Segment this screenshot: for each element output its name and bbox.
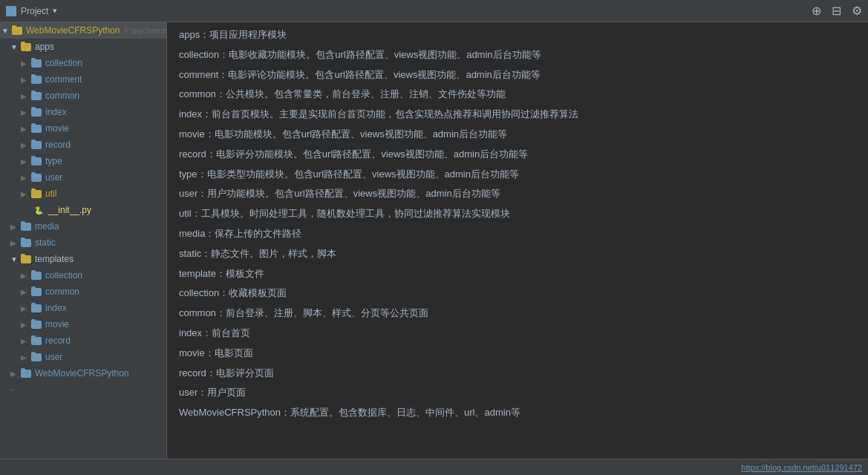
tree-templates-movie[interactable]: ▶ movie	[0, 316, 166, 332]
index-folder-icon	[31, 107, 43, 117]
main-content: ▼ WebMovieCFRSPython F:\pycharmworkspace…	[0, 22, 868, 459]
desc-util: util：工具模块。时间处理工具，随机数处理工具，协同过滤推荐算法实现模块	[167, 204, 868, 224]
tree-comment[interactable]: ▶ comment	[0, 71, 166, 88]
desc-comment: comment：电影评论功能模块。包含url路径配置、views视图功能、adm…	[167, 65, 868, 85]
tmpl-movie-label: movie	[45, 319, 69, 330]
templates-label: templates	[35, 254, 74, 264]
tmpl-record-arrow: ▶	[21, 337, 31, 345]
tree-templates-user[interactable]: ▶ user	[0, 349, 166, 365]
media-folder-icon	[21, 221, 33, 232]
movie-label: movie	[45, 123, 69, 134]
record-arrow: ▶	[21, 141, 31, 149]
minimize-icon[interactable]: ⊟	[832, 4, 841, 18]
status-bar: https://blog.csdn.net/u011291472	[0, 459, 868, 475]
desc-collection: collection：电影收藏功能模块。包含url路径配置、views视图功能、…	[167, 45, 868, 65]
tmpl-record-folder-icon	[31, 335, 43, 346]
tree-collection-1[interactable]: ▶ collection	[0, 55, 166, 71]
tree-record-1[interactable]: ▶ record	[0, 137, 166, 153]
py-file-icon: 🐍	[34, 205, 46, 215]
tree-templates-collection[interactable]: ▶ collection	[0, 267, 166, 284]
tree-templates[interactable]: ▼ templates	[0, 251, 166, 267]
add-icon[interactable]: ⊕	[812, 4, 821, 18]
apps-label: apps	[35, 42, 54, 52]
templates-arrow: ▼	[10, 255, 21, 263]
tmpl-common-label: common	[45, 286, 79, 297]
desc-record: record：电影评分功能模块。包含url路径配置、views视图功能、admi…	[167, 145, 868, 165]
tree-more: -	[0, 381, 166, 398]
type-label: type	[45, 156, 62, 166]
tmpl-user-arrow: ▶	[21, 353, 31, 361]
title-bar: Project ▾ ⊕ ⊟ ⚙	[0, 0, 868, 22]
util-folder-icon	[31, 189, 43, 199]
tree-web-movie[interactable]: ▶ WebMovieCFRSPython	[0, 365, 166, 381]
title-bar-dropdown-arrow[interactable]: ▾	[53, 6, 57, 16]
desc-tmpl-record: record：电影评分页面	[167, 364, 868, 384]
user-folder-icon	[31, 172, 43, 183]
user-label: user	[45, 172, 62, 183]
templates-folder-icon	[21, 254, 33, 264]
tree-user-1[interactable]: ▶ user	[0, 169, 166, 186]
static-arrow: ▶	[10, 239, 21, 247]
type-folder-icon	[31, 156, 43, 166]
desc-apps: apps：项目应用程序模块	[167, 25, 868, 45]
tree-templates-record[interactable]: ▶ record	[0, 332, 166, 349]
tree-media[interactable]: ▶ media	[0, 218, 166, 235]
tree-root[interactable]: ▼ WebMovieCFRSPython F:\pycharmworkspace…	[0, 22, 166, 39]
desc-movie: movie：电影功能模块。包含url路径配置、views视图功能、admin后台…	[167, 125, 868, 145]
tree-type[interactable]: ▶ type	[0, 153, 166, 169]
desc-media: media：保存上传的文件路径	[167, 224, 868, 244]
desc-index: index：前台首页模块。主要是实现前台首页功能，包含实现热点推荐和调用协同过滤…	[167, 105, 868, 125]
util-arrow: ▶	[21, 190, 31, 198]
tree-templates-common[interactable]: ▶ common	[0, 284, 166, 300]
tmpl-index-folder-icon	[31, 303, 43, 313]
util-label: util	[45, 189, 56, 199]
tree-init-py[interactable]: ▶ 🐍 __init__.py	[0, 202, 166, 218]
project-icon	[6, 6, 16, 16]
status-bar-link[interactable]: https://blog.csdn.net/u011291472	[741, 463, 862, 472]
init-label: __init__.py	[48, 205, 91, 215]
tree-index-1[interactable]: ▶ index	[0, 104, 166, 120]
more-dots: -	[10, 384, 14, 396]
webmovie-arrow: ▶	[10, 370, 21, 378]
title-bar-actions: ⊕ ⊟ ⚙	[812, 4, 862, 18]
tmpl-collection-folder-icon	[31, 270, 43, 281]
static-label: static	[35, 238, 56, 248]
common-arrow: ▶	[21, 92, 31, 100]
record-folder-icon	[31, 140, 43, 150]
tree-apps[interactable]: ▼ apps	[0, 39, 166, 55]
svg-rect-1	[9, 9, 13, 10]
desc-template: template：模板文件	[167, 264, 868, 284]
root-arrow: ▼	[1, 27, 12, 35]
desc-tmpl-movie: movie：电影页面	[167, 344, 868, 364]
webmovie-folder-icon	[21, 368, 33, 379]
tree-templates-index[interactable]: ▶ index	[0, 300, 166, 316]
movie-folder-icon	[31, 123, 43, 134]
collection-folder-icon	[31, 58, 43, 68]
desc-tmpl-collection: collection：收藏模板页面	[167, 284, 868, 304]
type-arrow: ▶	[21, 157, 31, 166]
desc-type: type：电影类型功能模块。包含url路径配置、views视图功能、admin后…	[167, 165, 868, 185]
desc-tmpl-index: index：前台首页	[167, 324, 868, 344]
title-bar-left: Project ▾	[6, 6, 57, 16]
svg-rect-0	[7, 7, 15, 15]
tmpl-common-arrow: ▶	[21, 288, 31, 296]
desc-common: common：公共模块。包含常量类，前台登录、注册、注销、文件伤处等功能	[167, 85, 868, 105]
settings-icon[interactable]: ⚙	[852, 4, 862, 18]
index-label: index	[45, 107, 67, 117]
desc-user: user：用户功能模块。包含url路径配置、views视图功能、admin后台功…	[167, 184, 868, 204]
title-bar-label: Project	[21, 6, 48, 16]
tmpl-collection-label: collection	[45, 270, 82, 281]
tree-movie-1[interactable]: ▶ movie	[0, 120, 166, 137]
tree-common-1[interactable]: ▶ common	[0, 88, 166, 104]
common-folder-icon	[31, 91, 43, 101]
collection-label: collection	[45, 58, 82, 68]
tree-static[interactable]: ▶ static	[0, 235, 166, 251]
tmpl-user-folder-icon	[31, 352, 43, 362]
desc-static: static：静态文件。图片，样式，脚本	[167, 244, 868, 264]
root-path: F:\pycharmworkspace\WebMovieCFRSPython	[125, 26, 168, 35]
tmpl-collection-arrow: ▶	[21, 272, 31, 280]
tree-util[interactable]: ▶ util	[0, 186, 166, 202]
tmpl-user-label: user	[45, 352, 62, 362]
tmpl-index-label: index	[45, 303, 67, 313]
user-arrow: ▶	[21, 174, 31, 182]
